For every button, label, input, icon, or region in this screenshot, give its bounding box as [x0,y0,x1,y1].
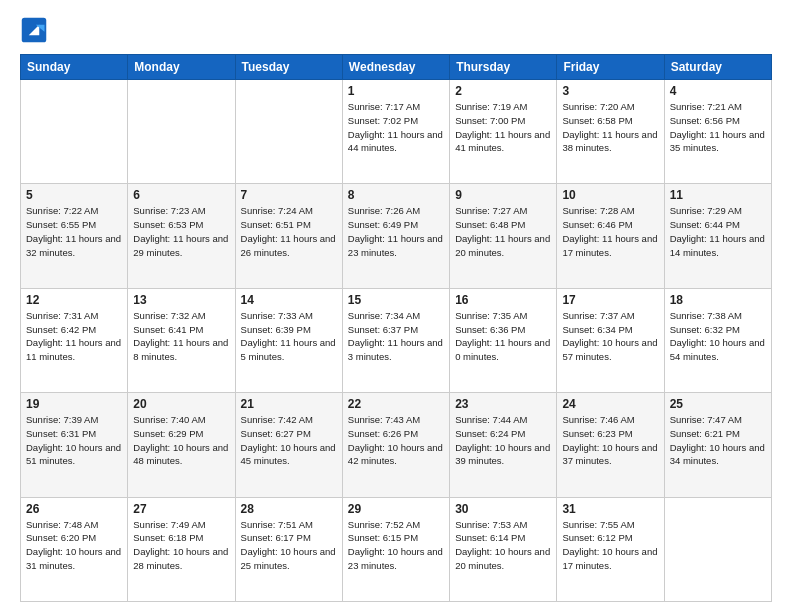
logo-icon [20,16,48,44]
day-info: Sunrise: 7:47 AMSunset: 6:21 PMDaylight:… [670,413,766,468]
calendar-cell: 19Sunrise: 7:39 AMSunset: 6:31 PMDayligh… [21,393,128,497]
day-info: Sunrise: 7:24 AMSunset: 6:51 PMDaylight:… [241,204,337,259]
calendar-cell: 1Sunrise: 7:17 AMSunset: 7:02 PMDaylight… [342,80,449,184]
day-info: Sunrise: 7:53 AMSunset: 6:14 PMDaylight:… [455,518,551,573]
day-number: 26 [26,502,122,516]
day-info: Sunrise: 7:49 AMSunset: 6:18 PMDaylight:… [133,518,229,573]
calendar-cell: 12Sunrise: 7:31 AMSunset: 6:42 PMDayligh… [21,288,128,392]
calendar-cell: 15Sunrise: 7:34 AMSunset: 6:37 PMDayligh… [342,288,449,392]
day-number: 23 [455,397,551,411]
day-info: Sunrise: 7:48 AMSunset: 6:20 PMDaylight:… [26,518,122,573]
calendar-week-row: 26Sunrise: 7:48 AMSunset: 6:20 PMDayligh… [21,497,772,601]
calendar-cell: 7Sunrise: 7:24 AMSunset: 6:51 PMDaylight… [235,184,342,288]
page: SundayMondayTuesdayWednesdayThursdayFrid… [0,0,792,612]
calendar-week-row: 1Sunrise: 7:17 AMSunset: 7:02 PMDaylight… [21,80,772,184]
calendar-header: SundayMondayTuesdayWednesdayThursdayFrid… [21,55,772,80]
weekday-header: Sunday [21,55,128,80]
calendar-cell: 29Sunrise: 7:52 AMSunset: 6:15 PMDayligh… [342,497,449,601]
calendar-table: SundayMondayTuesdayWednesdayThursdayFrid… [20,54,772,602]
day-number: 4 [670,84,766,98]
header [20,16,772,44]
day-number: 15 [348,293,444,307]
calendar-cell: 4Sunrise: 7:21 AMSunset: 6:56 PMDaylight… [664,80,771,184]
day-number: 20 [133,397,229,411]
calendar-cell: 17Sunrise: 7:37 AMSunset: 6:34 PMDayligh… [557,288,664,392]
day-info: Sunrise: 7:35 AMSunset: 6:36 PMDaylight:… [455,309,551,364]
day-info: Sunrise: 7:22 AMSunset: 6:55 PMDaylight:… [26,204,122,259]
day-info: Sunrise: 7:17 AMSunset: 7:02 PMDaylight:… [348,100,444,155]
day-info: Sunrise: 7:29 AMSunset: 6:44 PMDaylight:… [670,204,766,259]
day-number: 24 [562,397,658,411]
day-info: Sunrise: 7:40 AMSunset: 6:29 PMDaylight:… [133,413,229,468]
calendar-body: 1Sunrise: 7:17 AMSunset: 7:02 PMDaylight… [21,80,772,602]
calendar-cell: 26Sunrise: 7:48 AMSunset: 6:20 PMDayligh… [21,497,128,601]
calendar-cell: 2Sunrise: 7:19 AMSunset: 7:00 PMDaylight… [450,80,557,184]
day-info: Sunrise: 7:33 AMSunset: 6:39 PMDaylight:… [241,309,337,364]
day-info: Sunrise: 7:34 AMSunset: 6:37 PMDaylight:… [348,309,444,364]
calendar-cell: 24Sunrise: 7:46 AMSunset: 6:23 PMDayligh… [557,393,664,497]
day-info: Sunrise: 7:20 AMSunset: 6:58 PMDaylight:… [562,100,658,155]
calendar-cell: 3Sunrise: 7:20 AMSunset: 6:58 PMDaylight… [557,80,664,184]
calendar-cell: 11Sunrise: 7:29 AMSunset: 6:44 PMDayligh… [664,184,771,288]
calendar-week-row: 19Sunrise: 7:39 AMSunset: 6:31 PMDayligh… [21,393,772,497]
calendar-cell: 21Sunrise: 7:42 AMSunset: 6:27 PMDayligh… [235,393,342,497]
calendar-cell: 28Sunrise: 7:51 AMSunset: 6:17 PMDayligh… [235,497,342,601]
calendar-cell [128,80,235,184]
calendar-cell: 8Sunrise: 7:26 AMSunset: 6:49 PMDaylight… [342,184,449,288]
calendar-cell: 9Sunrise: 7:27 AMSunset: 6:48 PMDaylight… [450,184,557,288]
logo [20,16,52,44]
day-info: Sunrise: 7:31 AMSunset: 6:42 PMDaylight:… [26,309,122,364]
day-number: 16 [455,293,551,307]
calendar-cell: 20Sunrise: 7:40 AMSunset: 6:29 PMDayligh… [128,393,235,497]
weekday-header: Friday [557,55,664,80]
day-info: Sunrise: 7:38 AMSunset: 6:32 PMDaylight:… [670,309,766,364]
day-number: 14 [241,293,337,307]
calendar-cell: 10Sunrise: 7:28 AMSunset: 6:46 PMDayligh… [557,184,664,288]
calendar-cell: 18Sunrise: 7:38 AMSunset: 6:32 PMDayligh… [664,288,771,392]
calendar-week-row: 12Sunrise: 7:31 AMSunset: 6:42 PMDayligh… [21,288,772,392]
day-number: 10 [562,188,658,202]
calendar-cell: 25Sunrise: 7:47 AMSunset: 6:21 PMDayligh… [664,393,771,497]
day-number: 17 [562,293,658,307]
day-number: 12 [26,293,122,307]
day-number: 29 [348,502,444,516]
day-number: 27 [133,502,229,516]
calendar-cell [664,497,771,601]
calendar-cell [21,80,128,184]
day-number: 1 [348,84,444,98]
weekday-header: Monday [128,55,235,80]
day-info: Sunrise: 7:37 AMSunset: 6:34 PMDaylight:… [562,309,658,364]
day-number: 28 [241,502,337,516]
day-number: 31 [562,502,658,516]
day-number: 19 [26,397,122,411]
calendar-cell: 27Sunrise: 7:49 AMSunset: 6:18 PMDayligh… [128,497,235,601]
day-info: Sunrise: 7:52 AMSunset: 6:15 PMDaylight:… [348,518,444,573]
day-number: 21 [241,397,337,411]
weekday-header: Tuesday [235,55,342,80]
day-number: 30 [455,502,551,516]
day-number: 8 [348,188,444,202]
day-info: Sunrise: 7:23 AMSunset: 6:53 PMDaylight:… [133,204,229,259]
day-info: Sunrise: 7:51 AMSunset: 6:17 PMDaylight:… [241,518,337,573]
day-info: Sunrise: 7:19 AMSunset: 7:00 PMDaylight:… [455,100,551,155]
day-info: Sunrise: 7:21 AMSunset: 6:56 PMDaylight:… [670,100,766,155]
day-number: 18 [670,293,766,307]
day-info: Sunrise: 7:42 AMSunset: 6:27 PMDaylight:… [241,413,337,468]
day-number: 11 [670,188,766,202]
calendar-cell: 13Sunrise: 7:32 AMSunset: 6:41 PMDayligh… [128,288,235,392]
calendar-cell: 14Sunrise: 7:33 AMSunset: 6:39 PMDayligh… [235,288,342,392]
day-number: 7 [241,188,337,202]
weekday-header: Saturday [664,55,771,80]
weekday-header: Thursday [450,55,557,80]
day-info: Sunrise: 7:46 AMSunset: 6:23 PMDaylight:… [562,413,658,468]
calendar-week-row: 5Sunrise: 7:22 AMSunset: 6:55 PMDaylight… [21,184,772,288]
calendar-cell [235,80,342,184]
day-number: 13 [133,293,229,307]
weekday-row: SundayMondayTuesdayWednesdayThursdayFrid… [21,55,772,80]
day-info: Sunrise: 7:44 AMSunset: 6:24 PMDaylight:… [455,413,551,468]
weekday-header: Wednesday [342,55,449,80]
calendar-cell: 16Sunrise: 7:35 AMSunset: 6:36 PMDayligh… [450,288,557,392]
calendar-cell: 6Sunrise: 7:23 AMSunset: 6:53 PMDaylight… [128,184,235,288]
day-info: Sunrise: 7:26 AMSunset: 6:49 PMDaylight:… [348,204,444,259]
day-number: 25 [670,397,766,411]
